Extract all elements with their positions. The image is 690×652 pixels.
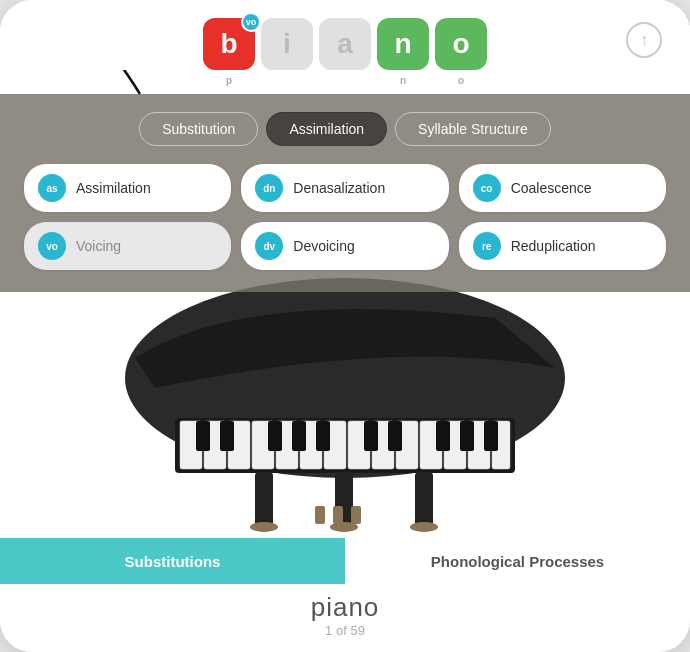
tile-n-label: n <box>400 75 406 86</box>
svg-rect-32 <box>315 506 325 524</box>
svg-rect-26 <box>255 472 273 527</box>
option-assimilation-icon: as <box>38 174 66 202</box>
option-coalescence[interactable]: co Coalescence <box>459 164 666 212</box>
option-assimilation-label: Assimilation <box>76 180 151 196</box>
piano-svg <box>95 258 595 538</box>
tile-o[interactable]: o o <box>435 18 487 70</box>
bottom-tab-phonological[interactable]: Phonological Processes <box>345 538 690 584</box>
svg-rect-34 <box>351 506 361 524</box>
option-assimilation[interactable]: as Assimilation <box>24 164 231 212</box>
bottom-tab-phonological-label: Phonological Processes <box>431 553 604 570</box>
tile-b[interactable]: b vo p <box>203 18 255 70</box>
option-denasalization-icon: dn <box>255 174 283 202</box>
footer: piano 1 of 59 <box>0 584 690 652</box>
svg-rect-21 <box>364 421 378 451</box>
option-coalescence-label: Coalescence <box>511 180 592 196</box>
svg-rect-22 <box>388 421 402 451</box>
option-coalescence-icon: co <box>473 174 501 202</box>
svg-rect-33 <box>333 506 343 524</box>
tile-i[interactable]: i <box>261 18 313 70</box>
option-voicing-icon: vo <box>38 232 66 260</box>
tile-a-letter: a <box>337 28 353 60</box>
main-area: Substitution Assimilation Syllable Struc… <box>0 94 690 584</box>
overlay-panel: Substitution Assimilation Syllable Struc… <box>0 94 690 292</box>
bottom-tabs: Substitutions Phonological Processes <box>0 538 690 584</box>
bottom-tab-substitutions-label: Substitutions <box>125 553 221 570</box>
svg-rect-27 <box>415 472 433 527</box>
option-denasalization[interactable]: dn Denasalization <box>241 164 448 212</box>
svg-point-29 <box>250 522 278 532</box>
tile-i-letter: i <box>283 28 291 60</box>
app-container: b vo p i a n n o o <box>0 0 690 652</box>
tile-a[interactable]: a <box>319 18 371 70</box>
svg-rect-25 <box>484 421 498 451</box>
tile-n[interactable]: n n <box>377 18 429 70</box>
footer-word: piano <box>0 592 690 623</box>
tab-assimilation[interactable]: Assimilation <box>266 112 387 146</box>
svg-rect-16 <box>196 421 210 451</box>
option-voicing-label: Voicing <box>76 238 121 254</box>
svg-rect-18 <box>268 421 282 451</box>
footer-count: 1 of 59 <box>0 623 690 638</box>
option-reduplication-icon: re <box>473 232 501 260</box>
svg-rect-23 <box>436 421 450 451</box>
option-devoicing[interactable]: dv Devoicing <box>241 222 448 270</box>
option-devoicing-label: Devoicing <box>293 238 354 254</box>
tile-b-badge: vo <box>241 12 261 32</box>
svg-rect-17 <box>220 421 234 451</box>
svg-rect-24 <box>460 421 474 451</box>
header: b vo p i a n n o o <box>0 0 690 70</box>
option-denasalization-label: Denasalization <box>293 180 385 196</box>
tab-substitution[interactable]: Substitution <box>139 112 258 146</box>
tile-o-letter: o <box>452 28 469 60</box>
tile-b-letter: b <box>220 28 237 60</box>
option-reduplication-label: Reduplication <box>511 238 596 254</box>
svg-rect-19 <box>292 421 306 451</box>
option-voicing[interactable]: vo Voicing <box>24 222 231 270</box>
letter-tiles: b vo p i a n n o o <box>203 18 487 70</box>
svg-rect-20 <box>316 421 330 451</box>
option-devoicing-icon: dv <box>255 232 283 260</box>
svg-point-30 <box>410 522 438 532</box>
upload-icon: ↑ <box>640 31 648 49</box>
tab-syllable-structure[interactable]: Syllable Structure <box>395 112 551 146</box>
tab-bar: Substitution Assimilation Syllable Struc… <box>24 112 666 146</box>
options-grid: as Assimilation dn Denasalization co Coa… <box>24 164 666 270</box>
option-reduplication[interactable]: re Reduplication <box>459 222 666 270</box>
upload-button[interactable]: ↑ <box>626 22 662 58</box>
tile-b-label: p <box>226 75 232 86</box>
tile-n-letter: n <box>394 28 411 60</box>
tile-o-label: o <box>458 75 464 86</box>
bottom-tab-substitutions[interactable]: Substitutions <box>0 538 345 584</box>
